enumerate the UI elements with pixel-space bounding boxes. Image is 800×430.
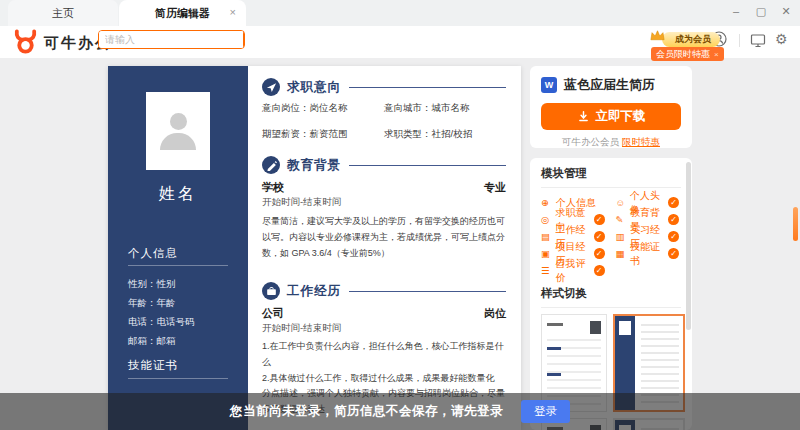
main-area: 姓名 个人信息 性别：性别 年龄：年龄 电话：电话号码 邮箱：邮箱 技能证书 (0, 58, 800, 430)
check-icon[interactable]: ✓ (594, 248, 605, 259)
section-rule (349, 291, 506, 292)
divider (541, 307, 681, 308)
pen-icon (262, 156, 280, 174)
section-title: 求职意向 (287, 79, 341, 96)
module-certificates[interactable]: ▦ 技能证书 ✓ (616, 245, 682, 262)
member-note: 可牛办公会员限时特惠 (530, 136, 692, 149)
app-window: 主页 简历编辑器 × – ▢ ✕ 可牛办公 成为会员 会员限时 (0, 0, 800, 430)
tab-home[interactable]: 主页 (8, 0, 118, 26)
section-title: 工作经历 (287, 283, 341, 300)
education-dates[interactable]: 开始时间-结束时间 (262, 196, 341, 209)
modules-card: 模块管理 ⊕ 个人信息 ☺ 个人头像 ✓ ◎ 求职意向 ✓ ✎ (530, 158, 692, 430)
template-header: W 蓝色应届生简历 (530, 66, 692, 94)
major-name: 专业 (484, 180, 506, 195)
minimize-icon[interactable]: – (730, 5, 742, 17)
check-icon[interactable]: ✓ (668, 214, 679, 225)
pencil-icon: ✎ (616, 214, 628, 225)
login-button[interactable]: 登录 (521, 400, 570, 423)
settings-gear-icon[interactable]: ⚙ (775, 31, 788, 47)
window-controls: – ▢ ✕ (730, 0, 792, 22)
thumb-section-bar (547, 373, 561, 376)
styles-title: 样式切换 (541, 286, 681, 301)
personal-info-title: 个人信息 (128, 246, 178, 261)
paper-plane-icon (262, 78, 280, 96)
intent-type[interactable]: 求职类型：社招/校招 (384, 128, 506, 141)
tab-resume-editor[interactable]: 简历编辑器 × (119, 0, 246, 26)
template-name: 蓝色应届生简历 (564, 76, 655, 94)
certificate-icon: ▦ (616, 248, 628, 259)
check-icon[interactable]: ✓ (594, 214, 605, 225)
tooltip-close-icon[interactable]: × (714, 50, 719, 59)
intent-position[interactable]: 意向岗位：岗位名称 (262, 102, 384, 115)
education-description[interactable]: 尽量简洁，建议写大学及以上的学历，有留学交换的经历也可以写。内容以专业必修课程为… (262, 214, 506, 261)
check-icon[interactable]: ✓ (594, 231, 605, 242)
tab-home-label: 主页 (52, 6, 74, 21)
tab-strip: 主页 简历编辑器 × – ▢ ✕ (0, 0, 800, 26)
user-plus-icon: ⊕ (541, 197, 554, 208)
briefcase-icon: ▤ (541, 231, 553, 242)
toolbar-divider (739, 34, 740, 47)
panel-scrollbar[interactable] (686, 162, 691, 330)
company-name: 公司 (262, 306, 284, 321)
module-grid: ⊕ 个人信息 ☺ 个人头像 ✓ ◎ 求职意向 ✓ ✎ 教育背景 ✓ (541, 194, 681, 279)
thumb-photo (619, 321, 631, 335)
become-member-badge[interactable]: 成为会员 (662, 32, 720, 47)
module-self-evaluation[interactable]: ☰ 自我评价 ✓ (541, 262, 607, 279)
notebook-icon: ▥ (616, 231, 628, 242)
search-box (98, 30, 245, 49)
resume-name[interactable]: 姓名 (108, 184, 248, 205)
user-icon: ☺ (616, 197, 628, 208)
member-promo-tooltip: 会员限时特惠 × (651, 47, 724, 61)
limited-offer-link[interactable]: 限时特惠 (622, 136, 660, 147)
sidebar-divider (128, 265, 228, 266)
personal-info-rows: 性别：性别 年龄：年龄 电话：电话号码 邮箱：邮箱 (128, 274, 195, 350)
login-banner: 您当前尚未登录，简历信息不会保存，请先登录 登录 (0, 393, 800, 430)
education-org-row[interactable]: 学校 专业 (262, 180, 506, 195)
page-scrollbar[interactable] (793, 207, 798, 241)
comment-icon: ☰ (541, 265, 553, 276)
job-intention-fields: 意向岗位：岗位名称 意向城市：城市名称 期望薪资：薪资范围 求职类型：社招/校招 (262, 102, 506, 141)
check-icon[interactable]: ✓ (668, 248, 679, 259)
check-icon[interactable]: ✓ (668, 231, 679, 242)
modules-title: 模块管理 (541, 166, 681, 181)
section-title: 教育背景 (287, 157, 341, 174)
email-row[interactable]: 邮箱：邮箱 (128, 331, 195, 350)
check-icon[interactable]: ✓ (594, 265, 605, 276)
download-button[interactable]: 立即下载 (541, 103, 681, 130)
login-message: 您当前尚未登录，简历信息不会保存，请先登录 (230, 403, 503, 420)
position-name: 岗位 (484, 306, 506, 321)
maximize-icon[interactable]: ▢ (755, 5, 767, 18)
phone-row[interactable]: 电话：电话号码 (128, 312, 195, 331)
section-rule (349, 165, 506, 166)
avatar-body-shape (160, 133, 196, 150)
folder-icon: ▣ (541, 248, 553, 259)
check-icon[interactable]: ✓ (668, 197, 679, 208)
section-rule (349, 87, 506, 88)
tab-resume-editor-label: 简历编辑器 (155, 6, 210, 21)
skills-title: 技能证书 (128, 358, 178, 373)
vip-crown-icon (649, 29, 666, 42)
search-icon (243, 33, 245, 46)
school-name: 学校 (262, 180, 284, 195)
gender-row[interactable]: 性别：性别 (128, 274, 195, 293)
resume-body: 求职意向 意向岗位：岗位名称 意向城市：城市名称 期望薪资：薪资范围 求职类型：… (248, 66, 521, 430)
work-dates[interactable]: 开始时间-结束时间 (262, 322, 341, 335)
section-job-intention-header: 求职意向 (262, 78, 506, 96)
intent-city[interactable]: 意向城市：城市名称 (384, 102, 506, 115)
resume-preview[interactable]: 姓名 个人信息 性别：性别 年龄：年龄 电话：电话号码 邮箱：邮箱 技能证书 (108, 66, 521, 430)
age-row[interactable]: 年龄：年龄 (128, 293, 195, 312)
section-education-header: 教育背景 (262, 156, 506, 174)
work-org-row[interactable]: 公司 岗位 (262, 306, 506, 321)
search-button[interactable] (243, 31, 245, 48)
bull-logo-icon (13, 29, 38, 54)
monitor-icon[interactable] (750, 33, 766, 48)
tab-close-icon[interactable]: × (230, 6, 236, 18)
avatar-head-shape (170, 113, 187, 130)
intent-salary[interactable]: 期望薪资：薪资范围 (262, 128, 384, 141)
work-desc-line: 2.具体做过什么工作，取得过什么成果，成果最好能数量化 (262, 371, 506, 387)
section-work-header: 工作经历 (262, 282, 506, 300)
work-desc-line: 1.在工作中负责什么内容，担任什么角色，核心工作指标是什么 (262, 339, 506, 371)
search-input[interactable] (99, 31, 243, 48)
photo-placeholder[interactable] (146, 92, 210, 170)
window-close-icon[interactable]: ✕ (780, 5, 792, 18)
